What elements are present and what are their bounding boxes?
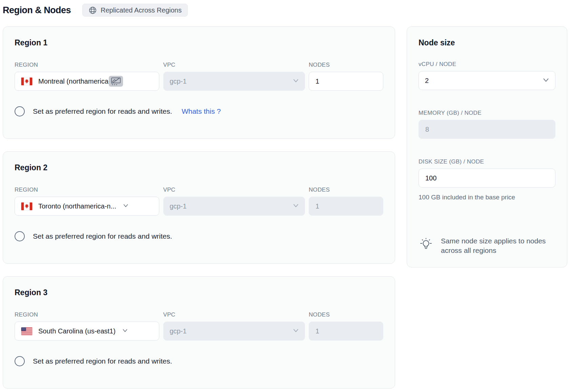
region-1-preferred-label: Set as preferred region for reads and wr…: [33, 107, 172, 115]
canada-flag-icon: [21, 78, 33, 85]
chevron-down-icon: [121, 327, 129, 336]
region-label: REGION: [15, 62, 159, 68]
region-nodes-page: Region & Nodes Replicated Across Regions…: [0, 0, 570, 391]
region-3-region-value: South Carolina (us-east1): [38, 327, 116, 335]
region-1-card: Region 1 REGION: [3, 26, 395, 139]
page-header: Region & Nodes Replicated Across Regions: [3, 3, 567, 18]
page-title: Region & Nodes: [3, 5, 71, 16]
region-label: REGION: [15, 311, 159, 318]
region-2-vpc-value: gcp-1: [170, 202, 187, 210]
region-3-region-select[interactable]: South Carolina (us-east1): [15, 322, 159, 341]
region-1-nodes-input[interactable]: [309, 72, 383, 91]
chevron-down-icon: [292, 326, 300, 336]
region-1-vpc-value: gcp-1: [170, 78, 187, 85]
nodes-label: NODES: [309, 311, 383, 318]
region-1-vpc-select: gcp-1: [163, 72, 305, 91]
vcpu-label: vCPU / NODE: [419, 61, 555, 68]
canada-flag-icon: [21, 202, 33, 210]
region-2-title: Region 2: [15, 163, 383, 172]
disk-size-input[interactable]: [419, 169, 555, 188]
region-2-region-select[interactable]: Toronto (northamerica-n...: [15, 197, 159, 216]
region-2-nodes-input: [309, 197, 383, 216]
region-1-preferred-radio[interactable]: [15, 106, 25, 116]
broken-image-icon: [109, 76, 123, 87]
vpc-label: VPC: [163, 62, 305, 68]
lightbulb-icon: [419, 236, 433, 254]
region-2-vpc-select: gcp-1: [163, 197, 305, 216]
region-3-preferred-label: Set as preferred region for reads and wr…: [33, 357, 172, 365]
region-3-vpc-value: gcp-1: [170, 327, 187, 335]
node-size-title: Node size: [419, 38, 555, 47]
region-2-preferred-label: Set as preferred region for reads and wr…: [33, 232, 172, 240]
region-2-card: Region 2 REGION: [3, 151, 395, 264]
region-3-card: Region 3 REGION: [3, 276, 395, 389]
whats-this-link[interactable]: Whats this ?: [182, 107, 221, 115]
chevron-down-icon: [122, 202, 129, 211]
nodes-label: NODES: [309, 187, 383, 193]
node-size-panel: Node size vCPU / NODE 2 MEMORY (GB) / NO…: [407, 26, 567, 267]
chevron-down-icon: [292, 201, 300, 211]
region-1-region-value: Montreal (northamerica-n: [38, 78, 115, 85]
region-3-nodes-input: [309, 322, 383, 341]
globe-icon: [88, 6, 97, 15]
region-1-title: Region 1: [15, 38, 383, 47]
nodes-label: NODES: [309, 62, 383, 68]
disk-size-helper: 100 GB included in the base price: [419, 194, 555, 201]
replication-badge: Replicated Across Regions: [82, 4, 188, 17]
region-1-region-select[interactable]: Montreal (northamerica-n: [15, 72, 159, 91]
replication-badge-label: Replicated Across Regions: [101, 6, 182, 14]
memory-input: [419, 120, 555, 139]
vpc-label: VPC: [163, 187, 305, 193]
node-size-note: Same node size applies to nodes across a…: [441, 236, 553, 255]
vpc-label: VPC: [163, 311, 305, 318]
disk-size-label: DISK SIZE (GB) / NODE: [419, 158, 555, 165]
region-3-preferred-radio[interactable]: [15, 356, 25, 366]
region-2-region-value: Toronto (northamerica-n...: [38, 202, 116, 210]
us-flag-icon: [21, 327, 33, 335]
chevron-down-icon: [542, 75, 550, 86]
region-3-vpc-select: gcp-1: [163, 322, 305, 341]
vcpu-select[interactable]: 2: [419, 71, 555, 90]
memory-label: MEMORY (GB) / NODE: [419, 110, 555, 116]
region-3-title: Region 3: [15, 288, 383, 297]
region-2-preferred-radio[interactable]: [15, 231, 25, 241]
vcpu-value: 2: [425, 77, 429, 85]
region-label: REGION: [15, 187, 159, 193]
chevron-down-icon: [292, 77, 300, 86]
